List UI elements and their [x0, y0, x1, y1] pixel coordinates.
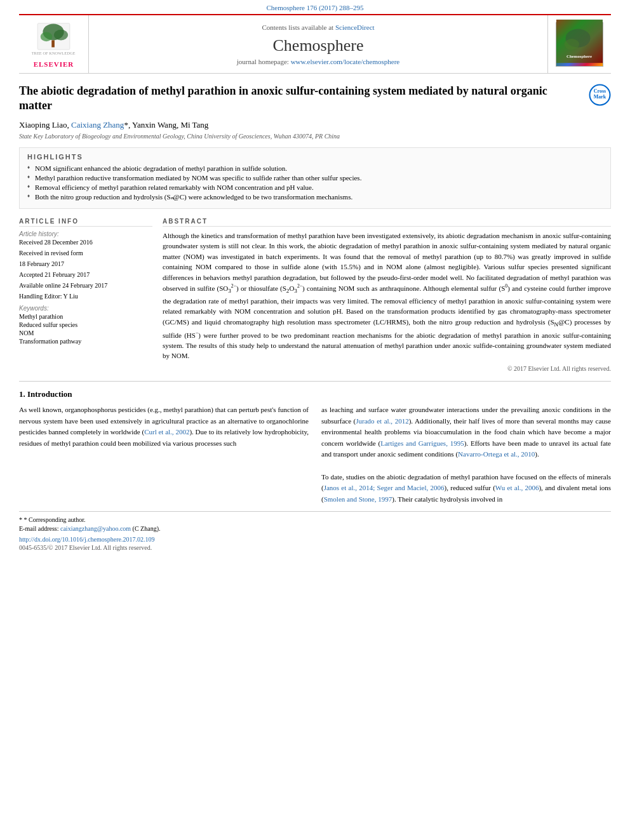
highlight-item-4: Both the nitro group reduction and hydro…	[27, 193, 603, 201]
copyright-line: © 2017 Elsevier Ltd. All rights reserved…	[163, 365, 611, 372]
article-info-heading: ARTICLE INFO	[19, 218, 152, 227]
and-text: and	[545, 484, 555, 491]
intro-left-col: As well known, organophosphorus pesticid…	[19, 404, 309, 505]
svg-point-2	[41, 32, 52, 41]
revised-date: 18 February 2017	[19, 260, 152, 267]
ref-smolen[interactable]: Smolen and Stone, 1997	[324, 495, 392, 503]
intro-heading: 1. Introduction	[19, 389, 611, 399]
abstract-col: ABSTRACT Although the kinetics and trans…	[163, 218, 611, 372]
keywords-label: Keywords:	[19, 305, 152, 312]
sciencedirect-label: Contents lists available at	[262, 23, 333, 31]
homepage-line: journal homepage: www.elsevier.com/locat…	[237, 58, 399, 65]
ref-wu[interactable]: Wu et al., 2006	[495, 484, 539, 491]
footnote-section: * * Corresponding author. E-mail address…	[19, 511, 611, 551]
article-title: The abiotic degradation of methyl parath…	[19, 84, 611, 114]
ref-jurado[interactable]: Jurado et al., 2012	[356, 417, 408, 425]
highlights-box: HIGHLIGHTS NOM significant enhanced the …	[19, 147, 611, 209]
ref-navarro[interactable]: Navarro-Ortega et al., 2010	[458, 450, 535, 458]
intro-right-col: as leaching and surface water groundwate…	[321, 404, 611, 505]
keyword-3: NOM	[19, 330, 152, 337]
email-link[interactable]: caixiangzhang@yahoo.com	[60, 525, 131, 532]
highlight-item-1: NOM significant enhanced the abiotic deg…	[27, 164, 603, 172]
ref-lartiges[interactable]: Lartiges and Garrigues, 1995	[380, 439, 464, 447]
doi-link[interactable]: http://dx.doi.org/10.1016/j.chemosphere.…	[19, 536, 154, 543]
highlight-item-2: Methyl parathion reductive transformatio…	[27, 174, 603, 182]
revised-label: Received in revised form	[19, 250, 152, 257]
ref-janos[interactable]: Janos et al., 2014; Seger and Maciel, 20…	[324, 484, 445, 491]
article-section: Cross Mark The abiotic degradation of me…	[19, 84, 611, 372]
corresponding-star: *	[19, 516, 24, 523]
doi-line[interactable]: http://dx.doi.org/10.1016/j.chemosphere.…	[19, 536, 611, 543]
keyword-1: Methyl parathion	[19, 313, 152, 320]
email-line: E-mail address: caixiangzhang@yahoo.com …	[19, 524, 611, 533]
introduction-section: 1. Introduction As well known, organopho…	[19, 389, 611, 505]
received-date: Received 28 December 2016	[19, 239, 152, 246]
abstract-heading: ABSTRACT	[163, 218, 611, 227]
elsevier-label: ELSEVIER	[34, 60, 74, 68]
svg-point-3	[54, 30, 68, 41]
elsevier-tree-icon: TREE OF KNOWLEDGE	[30, 20, 77, 58]
section-divider	[19, 381, 611, 382]
intro-two-col: As well known, organophosphorus pesticid…	[19, 404, 611, 505]
available-date: Available online 24 February 2017	[19, 282, 152, 289]
journal-info-center: Contents lists available at ScienceDirec…	[89, 15, 547, 73]
intro-number: 1.	[19, 389, 25, 399]
crossmark-icon[interactable]: Cross Mark	[589, 84, 611, 106]
handling-editor: Handling Editor: Y Liu	[19, 293, 152, 300]
highlights-title: HIGHLIGHTS	[27, 153, 603, 161]
journal-reference: Chemosphere 176 (2017) 288–295	[0, 0, 630, 14]
sciencedirect-line: Contents lists available at ScienceDirec…	[262, 23, 374, 31]
homepage-label: journal homepage:	[237, 58, 289, 65]
keyword-2: Reduced sulfur species	[19, 321, 152, 328]
journal-cover-section: Chemosphere	[547, 15, 611, 73]
keyword-4: Transformation pathway	[19, 338, 152, 345]
homepage-link[interactable]: www.elsevier.com/locate/chemosphere	[291, 58, 400, 65]
intro-right-text: as leaching and surface water groundwate…	[321, 404, 611, 505]
elsevier-logo: TREE OF KNOWLEDGE ELSEVIER	[30, 20, 77, 68]
sciencedirect-link[interactable]: ScienceDirect	[335, 23, 375, 31]
journal-ref-text: Chemosphere 176 (2017) 288–295	[266, 4, 363, 11]
email-name: (C Zhang).	[133, 525, 161, 532]
author-caixiang[interactable]: Caixiang Zhang	[71, 120, 124, 130]
article-info-abstract-section: ARTICLE INFO Article history: Received 2…	[19, 218, 611, 372]
svg-text:Cross: Cross	[594, 88, 606, 94]
email-label: E-mail address:	[19, 525, 58, 532]
journal-cover-image: Chemosphere	[556, 22, 603, 67]
intro-left-text: As well known, organophosphorus pesticid…	[19, 404, 309, 449]
corresponding-label: * Corresponding author.	[24, 516, 86, 523]
svg-text:TREE OF KNOWLEDGE: TREE OF KNOWLEDGE	[32, 51, 76, 55]
journal-name: Chemosphere	[273, 36, 364, 55]
affiliation: State Key Laboratory of Biogeology and E…	[19, 133, 611, 140]
svg-point-9	[565, 39, 579, 50]
article-history-label: Article history:	[19, 230, 152, 237]
title-block: Cross Mark The abiotic degradation of me…	[19, 84, 611, 114]
page: Chemosphere 176 (2017) 288–295 TREE OF K…	[0, 0, 630, 840]
ref-curl[interactable]: Curl et al., 2002	[144, 428, 189, 436]
journal-header: TREE OF KNOWLEDGE ELSEVIER Contents list…	[19, 14, 611, 74]
intro-title: Introduction	[27, 389, 72, 399]
abstract-text: Although the kinetics and transformation…	[163, 230, 611, 361]
svg-text:Mark: Mark	[594, 94, 607, 100]
cover-svg: Chemosphere	[556, 19, 603, 63]
svg-rect-4	[51, 40, 55, 47]
highlight-item-3: Removal efficiency of methyl parathion r…	[27, 183, 603, 191]
article-info-col: ARTICLE INFO Article history: Received 2…	[19, 218, 152, 372]
accepted-date: Accepted 21 February 2017	[19, 271, 152, 278]
corresponding-author-note: * * Corresponding author.	[19, 516, 611, 524]
svg-text:Chemosphere: Chemosphere	[566, 54, 592, 58]
issn-line: 0045-6535/© 2017 Elsevier Ltd. All right…	[19, 544, 611, 551]
authors: Xiaoping Liao, Caixiang Zhang*, Yanxin W…	[19, 120, 611, 130]
elsevier-logo-section: TREE OF KNOWLEDGE ELSEVIER	[19, 15, 89, 73]
